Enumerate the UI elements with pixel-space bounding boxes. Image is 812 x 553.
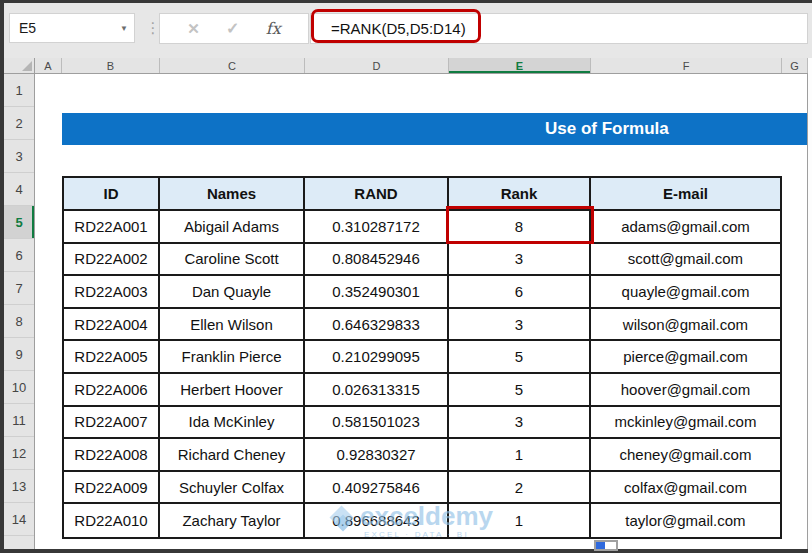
row-header-3[interactable]: 3 (4, 140, 34, 173)
table-header-names[interactable]: Names (160, 178, 305, 211)
column-header-C[interactable]: C (160, 58, 305, 73)
data-table: IDNamesRANDRankE-mailRD22A001Abigail Ada… (62, 176, 782, 539)
formula-bar: E5 ▼ ⋮ ✕ ✓ fx =RANK(D5,D5:D14) (4, 3, 812, 58)
table-cell[interactable]: 2 (449, 472, 591, 505)
table-cell[interactable]: 0.409275846 (305, 472, 449, 505)
table-cell[interactable]: colfax@gmail.com (591, 472, 780, 505)
table-cell[interactable]: RD22A010 (64, 504, 160, 537)
table-cell[interactable]: 0.210299095 (305, 341, 449, 374)
table-cell[interactable]: quayle@gmail.com (591, 276, 780, 309)
row-header-1[interactable]: 1 (4, 74, 34, 107)
row-header-10[interactable]: 10 (4, 371, 34, 404)
table-header-e-mail[interactable]: E-mail (591, 178, 780, 211)
table-cell[interactable]: RD22A003 (64, 276, 160, 309)
title-banner-text: Use of Formula (545, 113, 669, 145)
table-cell[interactable]: RD22A007 (64, 407, 160, 440)
mini-scrollbar[interactable] (594, 540, 618, 551)
name-box-dropdown-icon[interactable]: ▼ (120, 14, 128, 42)
table-cell[interactable]: Franklin Pierce (160, 341, 305, 374)
column-header-A[interactable]: A (35, 58, 62, 73)
table-cell[interactable]: RD22A001 (64, 211, 160, 244)
enter-icon[interactable]: ✓ (226, 19, 239, 38)
table-header-rand[interactable]: RAND (305, 178, 449, 211)
table-cell[interactable]: RD22A004 (64, 309, 160, 342)
window-border-top (0, 0, 812, 3)
table-cell[interactable]: Schuyler Colfax (160, 472, 305, 505)
table-cell[interactable]: 3 (449, 407, 591, 440)
excel-window: E5 ▼ ⋮ ✕ ✓ fx =RANK(D5,D5:D14) ABCDEFG 1… (0, 0, 812, 553)
table-cell[interactable]: Richard Cheney (160, 439, 305, 472)
select-all-corner[interactable] (4, 58, 35, 74)
table-cell[interactable]: cheney@gmail.com (591, 439, 780, 472)
mini-scrollbar-thumb[interactable] (596, 542, 605, 549)
column-headers: ABCDEFG (35, 58, 808, 74)
name-box[interactable]: E5 ▼ (9, 13, 135, 43)
row-header-2[interactable]: 2 (4, 107, 34, 140)
table-cell[interactable]: 0.646329833 (305, 309, 449, 342)
table-cell[interactable]: pierce@gmail.com (591, 341, 780, 374)
table-cell[interactable]: Zachary Taylor (160, 504, 305, 537)
table-header-rank[interactable]: Rank (449, 178, 591, 211)
table-cell[interactable]: wilson@gmail.com (591, 309, 780, 342)
row-header-6[interactable]: 6 (4, 239, 34, 272)
table-cell[interactable]: mckinley@gmail.com (591, 407, 780, 440)
table-cell[interactable]: RD22A008 (64, 439, 160, 472)
table-cell[interactable]: RD22A005 (64, 341, 160, 374)
table-cell[interactable]: 0.026313315 (305, 374, 449, 407)
row-header-4[interactable]: 4 (4, 173, 34, 206)
table-cell[interactable]: 0.896688643 (305, 504, 449, 537)
table-cell[interactable]: 5 (449, 341, 591, 374)
column-header-D[interactable]: D (305, 58, 449, 73)
table-cell[interactable]: taylor@gmail.com (591, 504, 780, 537)
table-cell[interactable]: 0.581501023 (305, 407, 449, 440)
row-header-9[interactable]: 9 (4, 338, 34, 371)
column-header-E[interactable]: E (449, 58, 591, 73)
formula-bar-separator-dots-icon: ⋮ (147, 13, 159, 43)
row-header-5[interactable]: 5 (4, 206, 34, 239)
row-header-12[interactable]: 12 (4, 437, 34, 470)
insert-function-fx-icon[interactable]: fx (266, 19, 281, 38)
table-cell[interactable]: RD22A002 (64, 244, 160, 277)
table-cell[interactable]: scott@gmail.com (591, 244, 780, 277)
table-cell[interactable]: 0.92830327 (305, 439, 449, 472)
table-cell[interactable]: 6 (449, 276, 591, 309)
formula-input[interactable]: =RANK(D5,D5:D14) (310, 13, 808, 44)
table-cell[interactable]: 0.310287172 (305, 211, 449, 244)
row-header-7[interactable]: 7 (4, 272, 34, 305)
table-cell[interactable]: RD22A009 (64, 472, 160, 505)
column-header-B[interactable]: B (62, 58, 160, 73)
table-cell[interactable]: 3 (449, 309, 591, 342)
table-cell[interactable]: adams@gmail.com (591, 211, 780, 244)
table-cell[interactable]: RD22A006 (64, 374, 160, 407)
cancel-icon[interactable]: ✕ (187, 20, 200, 38)
table-cell[interactable]: Ida McKinley (160, 407, 305, 440)
table-cell[interactable]: Abigail Adams (160, 211, 305, 244)
table-cell[interactable]: hoover@gmail.com (591, 374, 780, 407)
title-banner[interactable]: Use of Formula (62, 113, 807, 145)
table-cell[interactable]: 0.808452946 (305, 244, 449, 277)
table-cell[interactable]: 0.352490301 (305, 276, 449, 309)
name-box-value: E5 (10, 20, 36, 36)
sheet-right-strip (808, 58, 812, 553)
row-header-11[interactable]: 11 (4, 404, 34, 437)
column-header-G[interactable]: G (782, 58, 808, 73)
row-header-15-partial[interactable] (4, 536, 34, 549)
table-cell[interactable]: Dan Quayle (160, 276, 305, 309)
formula-bar-buttons: ✕ ✓ fx (159, 13, 309, 44)
table-cell[interactable]: Ellen Wilson (160, 309, 305, 342)
table-cell[interactable]: 3 (449, 244, 591, 277)
row-header-13[interactable]: 13 (4, 470, 34, 503)
row-header-8[interactable]: 8 (4, 305, 34, 338)
table-cell[interactable]: 5 (449, 374, 591, 407)
formula-text: =RANK(D5,D5:D14) (331, 20, 466, 37)
table-cell[interactable]: 1 (449, 504, 591, 537)
window-border-left (0, 0, 4, 553)
table-cell[interactable]: Herbert Hoover (160, 374, 305, 407)
table-cell[interactable]: 1 (449, 439, 591, 472)
select-all-triangle-icon (22, 61, 32, 71)
table-cell[interactable]: 8 (449, 211, 591, 244)
row-header-14[interactable]: 14 (4, 503, 34, 536)
column-header-F[interactable]: F (591, 58, 782, 73)
table-header-id[interactable]: ID (64, 178, 160, 211)
table-cell[interactable]: Caroline Scott (160, 244, 305, 277)
